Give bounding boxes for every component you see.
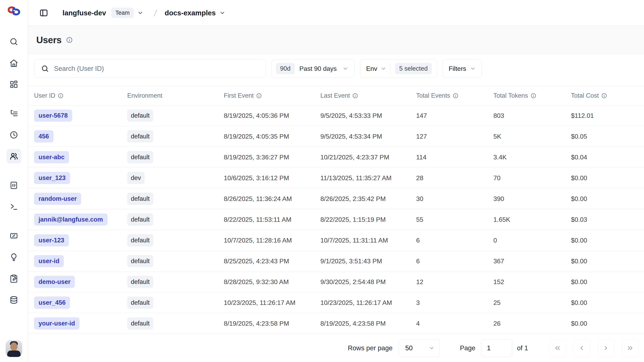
last-event-cell: 8/26/2025, 2:35:42 PM xyxy=(320,195,416,203)
environment-badge: default xyxy=(127,110,153,122)
last-event-cell: 11/13/2025, 11:35:27 AM xyxy=(320,174,416,182)
environment-badge: default xyxy=(127,151,153,163)
column-info-icon[interactable] xyxy=(453,93,458,99)
column-header[interactable]: User ID xyxy=(34,92,127,99)
page-number-input[interactable] xyxy=(481,339,512,357)
sidebar-item-users[interactable] xyxy=(7,149,21,163)
project-chevron-icon[interactable] xyxy=(219,10,226,16)
user-id-cell: user-abc xyxy=(34,151,127,163)
total-cost-cell: $0.00 xyxy=(571,299,644,306)
first-event-cell: 10/6/2025, 3:16:12 PM xyxy=(224,174,320,182)
table-row[interactable]: user_123 dev 10/6/2025, 3:16:12 PM 11/13… xyxy=(28,168,644,188)
percent-box-icon xyxy=(9,231,18,240)
breadcrumb-separator xyxy=(152,9,160,17)
sidebar-item-evaluation[interactable] xyxy=(7,228,21,243)
column-header[interactable]: Total Events xyxy=(416,92,494,99)
breadcrumb: langfuse-dev Team docs-examples xyxy=(62,8,226,18)
sidebar-item-annotation[interactable] xyxy=(7,271,21,286)
sidebar-item-dashboards[interactable] xyxy=(7,77,21,92)
env-filter-button[interactable]: Env 5 selected xyxy=(360,60,437,78)
sidebar-item-prompts[interactable] xyxy=(7,178,21,192)
column-header[interactable]: Environment xyxy=(127,92,224,99)
column-info-icon[interactable] xyxy=(530,93,536,99)
environment-cell: default xyxy=(127,110,224,122)
last-event-cell: 10/21/2025, 4:23:37 PM xyxy=(320,154,416,161)
table-row[interactable]: random-user default 8/26/2025, 11:36:24 … xyxy=(28,188,644,209)
column-info-icon[interactable] xyxy=(352,93,358,99)
total-tokens-cell: 3.4K xyxy=(494,154,571,161)
user-id-badge[interactable]: user-5678 xyxy=(34,110,72,122)
first-event-cell: 8/19/2025, 4:05:35 PM xyxy=(224,133,320,140)
user-id-badge[interactable]: user-123 xyxy=(34,234,69,246)
environment-badge: default xyxy=(127,130,153,142)
column-info-icon[interactable] xyxy=(601,93,607,99)
environment-cell: default xyxy=(127,234,224,246)
user-id-badge[interactable]: user-abc xyxy=(34,151,69,163)
column-info-icon[interactable] xyxy=(58,93,64,99)
sidebar-item-insights[interactable] xyxy=(7,250,21,264)
user-id-badge[interactable]: your-user-id xyxy=(34,317,80,329)
user-avatar[interactable] xyxy=(6,340,22,357)
project-name[interactable]: docs-examples xyxy=(165,9,216,17)
sidebar-item-home[interactable] xyxy=(7,56,21,70)
user-id-badge[interactable]: user_456 xyxy=(34,297,70,309)
table-row[interactable]: demo-user default 8/28/2025, 9:32:30 AM … xyxy=(28,272,644,292)
column-header-label: Last Event xyxy=(320,92,350,99)
table-row[interactable]: user-5678 default 8/19/2025, 4:05:36 PM … xyxy=(28,105,644,126)
user-id-badge[interactable]: user-id xyxy=(34,255,64,267)
date-range-button[interactable]: 90d Past 90 days xyxy=(272,60,355,78)
sidebar-item-tracing[interactable] xyxy=(7,106,21,121)
table-row[interactable]: user-abc default 8/19/2025, 3:36:27 PM 1… xyxy=(28,147,644,168)
user-search-input[interactable] xyxy=(34,60,266,78)
sidebar-item-datasets[interactable] xyxy=(7,293,21,307)
table-row[interactable]: user-id default 8/25/2025, 4:23:43 PM 9/… xyxy=(28,251,644,272)
org-chevron-icon[interactable] xyxy=(137,10,143,16)
environment-cell: default xyxy=(127,130,224,142)
user-id-badge[interactable]: 456 xyxy=(34,130,54,142)
environment-cell: default xyxy=(127,255,224,267)
column-header[interactable]: First Event xyxy=(224,92,320,99)
total-cost-cell: $112.01 xyxy=(571,112,644,119)
total-events-cell: 6 xyxy=(416,237,494,244)
page-header: Users xyxy=(28,26,644,54)
column-header-label: Total Cost xyxy=(571,92,599,99)
prev-page-button[interactable] xyxy=(573,339,590,357)
column-header[interactable]: Last Event xyxy=(320,92,416,99)
user-id-cell: user_456 xyxy=(34,297,127,309)
user-id-badge[interactable]: user_123 xyxy=(34,172,70,184)
first-page-button[interactable] xyxy=(549,339,566,357)
sidebar-toggle-button[interactable] xyxy=(37,6,50,20)
column-info-icon[interactable] xyxy=(256,93,262,99)
total-tokens-cell: 25 xyxy=(494,299,571,306)
langfuse-logo[interactable] xyxy=(7,5,21,17)
sidebar-item-playground[interactable] xyxy=(7,199,21,214)
table-row[interactable]: jannik@langfuse.com default 8/22/2025, 1… xyxy=(28,209,644,230)
user-id-badge[interactable]: random-user xyxy=(34,193,81,205)
total-tokens-cell: 5K xyxy=(494,133,571,140)
user-id-cell: jannik@langfuse.com xyxy=(34,213,127,226)
column-header[interactable]: Total Cost xyxy=(571,92,644,99)
table-row[interactable]: your-user-id default 8/19/2025, 4:23:58 … xyxy=(28,313,644,334)
date-range-badge: 90d xyxy=(276,63,294,74)
first-event-cell: 8/25/2025, 4:23:43 PM xyxy=(224,257,320,265)
page-title-info-icon[interactable] xyxy=(66,37,73,43)
env-filter-label: Env xyxy=(366,65,377,73)
table-row[interactable]: 456 default 8/19/2025, 4:05:35 PM 9/5/20… xyxy=(28,126,644,147)
filters-button[interactable]: Filters xyxy=(442,60,482,78)
table-row[interactable]: user-123 default 10/7/2025, 11:28:16 AM … xyxy=(28,230,644,251)
sidebar-item-sessions[interactable] xyxy=(7,128,21,142)
rows-per-page-select[interactable]: 50 xyxy=(398,339,440,357)
environment-badge: default xyxy=(127,234,153,246)
last-page-button[interactable] xyxy=(622,339,638,357)
environment-badge: default xyxy=(127,193,153,205)
column-header[interactable]: Total Tokens xyxy=(494,92,571,99)
total-cost-cell: $0.03 xyxy=(571,216,644,223)
sidebar-item-search[interactable] xyxy=(7,34,21,49)
org-name[interactable]: langfuse-dev xyxy=(62,9,106,17)
last-event-cell: 9/30/2025, 2:54:48 PM xyxy=(320,278,416,286)
user-id-cell: user-123 xyxy=(34,234,127,246)
user-id-badge[interactable]: demo-user xyxy=(34,276,75,288)
user-id-badge[interactable]: jannik@langfuse.com xyxy=(34,213,108,226)
table-row[interactable]: user_456 default 10/23/2025, 11:26:17 AM… xyxy=(28,292,644,313)
next-page-button[interactable] xyxy=(598,339,614,357)
